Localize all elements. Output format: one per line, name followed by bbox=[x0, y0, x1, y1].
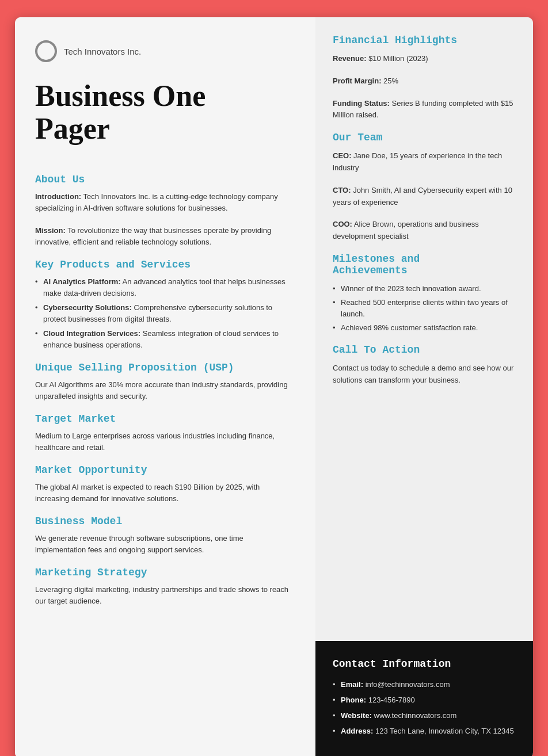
footer-left-spacer bbox=[15, 641, 315, 756]
key-products-list: AI Analytics Platform: An advanced analy… bbox=[35, 276, 295, 350]
about-us-intro: Introduction: Tech Innovators Inc. is a … bbox=[35, 191, 295, 213]
contact-section: Contact Information Email: info@techinno… bbox=[315, 641, 533, 756]
financial-funding: Funding Status: Series B funding complet… bbox=[333, 98, 516, 122]
financial-revenue: Revenue: $10 Million (2023) bbox=[333, 53, 516, 65]
team-coo: COO: Alice Brown, operations and busines… bbox=[333, 219, 516, 243]
list-item: Email: info@techinnovators.com bbox=[333, 679, 516, 691]
market-opportunity-heading: Market Opportunity bbox=[35, 464, 295, 476]
about-us-heading: About Us bbox=[35, 174, 295, 185]
cta-text: Contact us today to schedule a demo and … bbox=[333, 362, 516, 387]
target-market-heading: Target Market bbox=[35, 413, 295, 425]
financial-profit: Profit Margin: 25% bbox=[333, 75, 516, 87]
logo-area: Tech Innovators Inc. bbox=[35, 40, 295, 62]
target-market-section: Target Market Medium to Large enterprise… bbox=[35, 413, 295, 453]
list-item: Winner of the 2023 tech innovation award… bbox=[333, 283, 516, 295]
list-item: AI Analytics Platform: An advanced analy… bbox=[35, 276, 295, 299]
about-us-section: About Us Introduction: Tech Innovators I… bbox=[35, 174, 295, 247]
team-section: Our Team CEO: Jane Doe, 15 years of expe… bbox=[333, 132, 516, 243]
key-products-section: Key Products and Services AI Analytics P… bbox=[35, 259, 295, 350]
target-market-text: Medium to Large enterprises across vario… bbox=[35, 430, 295, 453]
left-column: Tech Innovators Inc. Business One Pager … bbox=[15, 17, 315, 641]
list-item: Address: 123 Tech Lane, Innovation City,… bbox=[333, 726, 516, 738]
cta-heading: Call To Action bbox=[333, 344, 516, 356]
contact-heading: Contact Information bbox=[333, 658, 516, 670]
list-item: Website: www.techinnovators.com bbox=[333, 710, 516, 722]
marketing-strategy-text: Leveraging digital marketing, industry p… bbox=[35, 584, 295, 606]
usp-heading: Unique Selling Proposition (USP) bbox=[35, 362, 295, 373]
list-item: Phone: 123-456-7890 bbox=[333, 694, 516, 707]
team-cto: CTO: John Smith, AI and Cybersecurity ex… bbox=[333, 185, 516, 209]
financial-heading: Financial Highlights bbox=[333, 35, 516, 46]
contact-list: Email: info@techinnovators.com Phone: 12… bbox=[333, 679, 516, 737]
market-opportunity-text: The global AI market is expected to reac… bbox=[35, 482, 295, 504]
main-content: Tech Innovators Inc. Business One Pager … bbox=[15, 17, 533, 641]
marketing-strategy-heading: Marketing Strategy bbox=[35, 567, 295, 578]
logo-icon bbox=[35, 40, 57, 62]
marketing-strategy-section: Marketing Strategy Leveraging digital ma… bbox=[35, 567, 295, 606]
footer-row: Contact Information Email: info@techinno… bbox=[15, 641, 533, 756]
company-name: Tech Innovators Inc. bbox=[64, 47, 141, 56]
list-item: Achieved 98% customer satisfaction rate. bbox=[333, 322, 516, 334]
business-model-heading: Business Model bbox=[35, 516, 295, 527]
team-heading: Our Team bbox=[333, 132, 516, 143]
usp-text: Our AI Algorithms are 30% more accurate … bbox=[35, 379, 295, 402]
market-opportunity-section: Market Opportunity The global AI market … bbox=[35, 464, 295, 504]
list-item: Reached 500 enterprise clients within tw… bbox=[333, 297, 516, 319]
financial-section: Financial Highlights Revenue: $10 Millio… bbox=[333, 35, 516, 121]
milestones-heading: Milestones andAchievements bbox=[333, 253, 516, 276]
list-item: Cloud Integration Services: Seamless int… bbox=[35, 328, 295, 350]
milestones-list: Winner of the 2023 tech innovation award… bbox=[333, 283, 516, 334]
right-column: Financial Highlights Revenue: $10 Millio… bbox=[315, 17, 533, 641]
main-title: Business One Pager bbox=[35, 79, 295, 145]
business-model-section: Business Model We generate revenue throu… bbox=[35, 516, 295, 555]
list-item: Cybersecurity Solutions: Comprehensive c… bbox=[35, 302, 295, 324]
milestones-section: Milestones andAchievements Winner of the… bbox=[333, 253, 516, 334]
about-us-mission: Mission: To revolutionize the way that b… bbox=[35, 225, 295, 247]
business-model-text: We generate revenue through software sub… bbox=[35, 533, 295, 555]
usp-section: Unique Selling Proposition (USP) Our AI … bbox=[35, 362, 295, 402]
page-wrapper: Tech Innovators Inc. Business One Pager … bbox=[15, 17, 533, 756]
team-ceo: CEO: Jane Doe, 15 years of experience in… bbox=[333, 150, 516, 174]
cta-section: Call To Action Contact us today to sched… bbox=[333, 344, 516, 387]
key-products-heading: Key Products and Services bbox=[35, 259, 295, 270]
